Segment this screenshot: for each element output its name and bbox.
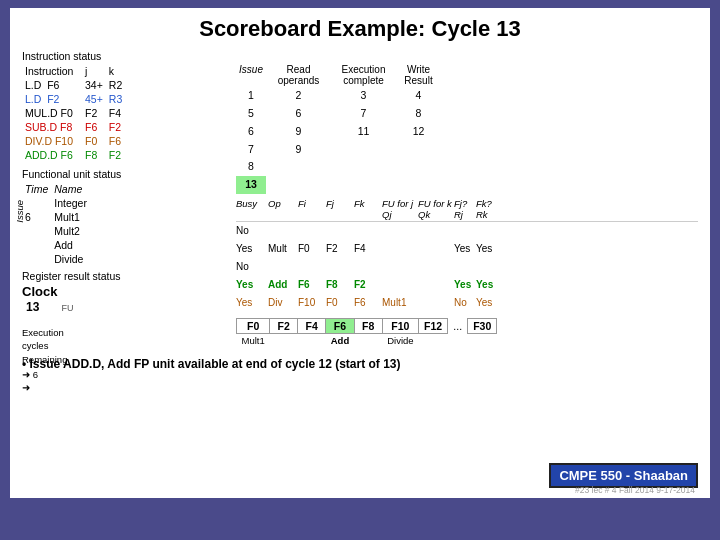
fu-add-time bbox=[22, 238, 51, 252]
write-values-col: 4 8 12 bbox=[396, 87, 441, 194]
fu-div-qk bbox=[418, 294, 454, 312]
instr-row-subd: SUB.D F8 F6 F2 bbox=[22, 120, 125, 134]
reg-f10: F10 bbox=[382, 319, 418, 334]
fu-time-header: Time bbox=[22, 182, 51, 196]
fu-int-qk bbox=[418, 222, 454, 240]
instr-row-muld: MUL.D F0 F2 F4 bbox=[22, 106, 125, 120]
instr-addd-k: F2 bbox=[106, 148, 125, 162]
fu-qk-header: FU for kQk bbox=[418, 198, 454, 220]
fu-div-op: Div bbox=[268, 294, 298, 312]
fu-rj-header: Fj?Rj bbox=[454, 198, 476, 220]
fu-fj-header: Fj bbox=[326, 198, 354, 220]
fu-right-section: Busy Op Fi Fj Fk FU for jQj FU for kQk F… bbox=[236, 198, 698, 312]
fu-status-label: Functional unit status bbox=[22, 168, 232, 180]
fu-div-fk: F6 bbox=[354, 294, 382, 312]
fu-mult2-qj bbox=[382, 258, 418, 276]
fu-int-rj bbox=[454, 222, 476, 240]
fu-int-busy: No bbox=[236, 222, 268, 240]
clock-label: Clock bbox=[22, 284, 57, 299]
right-col: Issue Readoperands Executioncomplete Wri… bbox=[236, 50, 698, 347]
instr-muld-k: F4 bbox=[106, 106, 125, 120]
fu-integer-name: Integer bbox=[51, 196, 90, 210]
instr-ld2-name: L.D F2 bbox=[22, 92, 82, 106]
fu-mult1-time: 6 bbox=[22, 210, 51, 224]
reg-f2: F2 bbox=[270, 319, 298, 334]
content-area: Instruction status Instruction j k L.D F… bbox=[22, 50, 698, 347]
main-box: Scoreboard Example: Cycle 13 Instruction… bbox=[10, 8, 710, 498]
fu-mult2-fj bbox=[326, 258, 354, 276]
instr-ld1-j: 34+ bbox=[82, 78, 106, 92]
k-col-header: k bbox=[106, 64, 125, 78]
instr-muld-j: F2 bbox=[82, 106, 106, 120]
footer-text: #23 lec # 4 Fall 2014 9-17-2014 bbox=[575, 485, 695, 495]
fu-mult1-fi: F0 bbox=[298, 240, 326, 258]
clock-value: 13 bbox=[26, 300, 57, 314]
instr-divd-name: DIV.D F10 bbox=[22, 134, 82, 148]
fu-add-right-row: Yes Add F6 F8 F2 Yes Yes bbox=[236, 276, 698, 294]
fu-f10: Divide bbox=[382, 334, 418, 348]
fu-f6: Add bbox=[326, 334, 354, 348]
fu-int-rk bbox=[476, 222, 498, 240]
fu-int-op bbox=[268, 222, 298, 240]
fu-divide-row: Divide bbox=[22, 252, 90, 266]
left-col: Instruction status Instruction j k L.D F… bbox=[22, 50, 232, 347]
fu-mult2-busy: No bbox=[236, 258, 268, 276]
fu-div-right-row: Yes Div F10 F0 F6 Mult1 No Yes bbox=[236, 294, 698, 312]
fu-mult1-qj bbox=[382, 240, 418, 258]
fu-mult2-right-row: No bbox=[236, 258, 698, 276]
fu-int-fj bbox=[326, 222, 354, 240]
fu-fi-header: Fi bbox=[298, 198, 326, 220]
fu-name-header: Name bbox=[51, 182, 90, 196]
reg-dots: ... bbox=[448, 319, 468, 334]
fu-add-fk: F2 bbox=[354, 276, 382, 294]
reg-f8: F8 bbox=[354, 319, 382, 334]
reg-reg-row: F0 F2 F4 F6 F8 F10 F12 ... F30 bbox=[237, 319, 497, 334]
instr-ld1-k: R2 bbox=[106, 78, 125, 92]
fu-mult1-name: Mult1 bbox=[51, 210, 90, 224]
fu-add-qk bbox=[418, 276, 454, 294]
fu-mult2-row: Mult2 bbox=[22, 224, 90, 238]
fu-mult1-op: Mult bbox=[268, 240, 298, 258]
fu-add-rk: Yes bbox=[476, 276, 498, 294]
fu-f2 bbox=[270, 334, 298, 348]
fu-label: FU bbox=[61, 303, 73, 313]
instr-row-ld1: L.D F6 34+ R2 bbox=[22, 78, 125, 92]
read-header: Readoperands bbox=[266, 64, 331, 86]
fu-f30 bbox=[468, 334, 497, 348]
reg-f6: F6 bbox=[326, 319, 354, 334]
fu-int-fi bbox=[298, 222, 326, 240]
fu-integer-right-row: No bbox=[236, 222, 698, 240]
fu-add-qj bbox=[382, 276, 418, 294]
reg-status-label: Register result status bbox=[22, 270, 232, 282]
fu-left-table: Time Name Integer 6 Mult1 bbox=[22, 182, 90, 266]
fu-add-op: Add bbox=[268, 276, 298, 294]
fu-div-fi: F10 bbox=[298, 294, 326, 312]
fu-qj-header: FU for jQj bbox=[382, 198, 418, 220]
fu-f12 bbox=[419, 334, 448, 348]
exec-values-col: 3 7 11 bbox=[331, 87, 396, 194]
instr-row-divd: DIV.D F10 F0 F6 bbox=[22, 134, 125, 148]
exec-header: Executioncomplete bbox=[331, 64, 396, 86]
fu-col-headers: Busy Op Fi Fj Fk FU for jQj FU for kQk F… bbox=[236, 198, 698, 222]
fu-mult1-row: 6 Mult1 bbox=[22, 210, 90, 224]
fu-f4 bbox=[298, 334, 326, 348]
issue-header: Issue bbox=[236, 64, 266, 86]
fu-add-fj: F8 bbox=[326, 276, 354, 294]
fu-integer-row: Integer bbox=[22, 196, 90, 210]
reg-f4: F4 bbox=[298, 319, 326, 334]
fu-mult2-name: Mult2 bbox=[51, 224, 90, 238]
instr-addd-name: ADD.D F6 bbox=[22, 148, 82, 162]
fu-div-rj: No bbox=[454, 294, 476, 312]
fu-add-rj: Yes bbox=[454, 276, 476, 294]
instr-divd-k: F6 bbox=[106, 134, 125, 148]
fu-int-fk bbox=[354, 222, 382, 240]
page-title: Scoreboard Example: Cycle 13 bbox=[22, 16, 698, 42]
j-col-header: j bbox=[82, 64, 106, 78]
instr-ld2-j: 45+ bbox=[82, 92, 106, 106]
fu-section: Functional unit status Time Name Integer bbox=[22, 168, 232, 266]
fu-divide-name: Divide bbox=[51, 252, 90, 266]
fu-add-name: Add bbox=[51, 238, 90, 252]
reg-result-section: F0 F2 F4 F6 F8 F10 F12 ... F30 bbox=[236, 318, 698, 347]
fu-dots bbox=[448, 334, 468, 348]
fu-mult2-rk bbox=[476, 258, 498, 276]
